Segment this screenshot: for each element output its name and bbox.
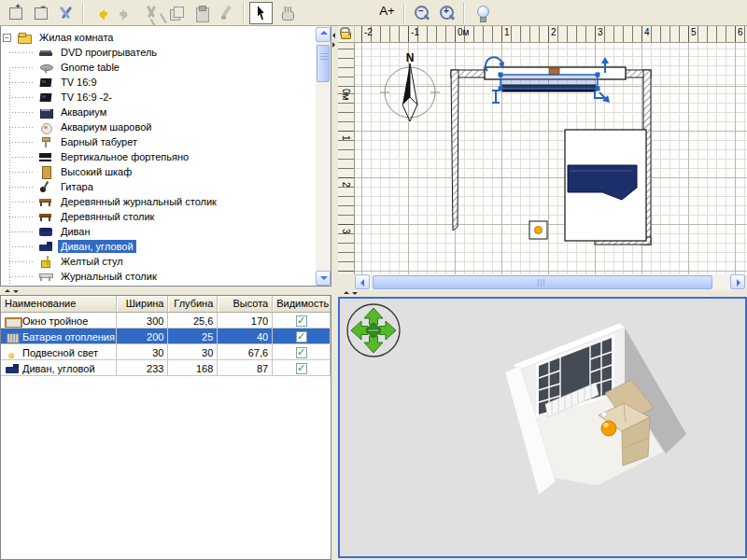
scroll-thumb[interactable]: [317, 45, 330, 82]
visibility-checkbox[interactable]: ✓: [296, 347, 307, 358]
scroll-right-button[interactable]: [730, 274, 745, 289]
splitter-left-icon[interactable]: [332, 33, 335, 38]
column-header[interactable]: Ширина: [117, 296, 169, 312]
instrument-icon: [38, 285, 53, 286]
view-3d[interactable]: [338, 297, 747, 558]
zoom-in-button[interactable]: [435, 2, 458, 24]
visibility-checkbox[interactable]: ✓: [296, 331, 307, 343]
ruler-label: 2: [341, 182, 351, 188]
tree-item-guitar[interactable]: Гитара: [1, 179, 317, 194]
view-3d-scene: [340, 299, 745, 556]
tree-item-instrument[interactable]: Инструмент: [1, 284, 317, 286]
tree-item-aquarium[interactable]: Аквариум: [1, 105, 317, 119]
create-walls-button[interactable]: [300, 2, 323, 24]
tip-icon: [472, 4, 491, 22]
divider-up-icon[interactable]: [5, 289, 10, 292]
vertical-ruler: 0м1234: [338, 43, 355, 274]
window-handle: [549, 68, 559, 75]
open-home-icon: [32, 4, 50, 22]
divider-down-icon[interactable]: [13, 290, 19, 293]
tree-root-label: Жилая комната: [36, 31, 116, 44]
tree-root-living-room[interactable]: − Жилая комната: [1, 30, 317, 45]
select-button[interactable]: [249, 2, 273, 24]
column-header[interactable]: Наименование: [1, 296, 117, 312]
furniture-catalog-pane: − Жилая комната DVD проигрыватель Gnome …: [0, 26, 331, 287]
tree-item-coffee-table[interactable]: Журнальный столик: [1, 269, 317, 284]
visibility-checkbox[interactable]: ✓: [296, 315, 307, 327]
tree-item-tv[interactable]: TV 16:9: [1, 75, 317, 90]
tree-item-wood-coffee-table[interactable]: Деревянный журнальный столик: [1, 194, 317, 209]
toolbar-separator: [243, 3, 245, 23]
plan-3d-divider[interactable]: [338, 290, 747, 297]
tree-item-aquarium-round[interactable]: Аквариум шаровой: [1, 119, 317, 134]
tree-item-corner-sofa[interactable]: Диван, угловой: [1, 239, 317, 254]
unlocked-padlock-icon: [341, 32, 351, 39]
tree-item-yellow-chair[interactable]: Желтый стул: [1, 254, 317, 269]
paste-button[interactable]: [190, 2, 213, 24]
tree-item-tv[interactable]: TV 16:9 -2-: [1, 90, 317, 105]
scroll-left-button[interactable]: [355, 274, 370, 289]
catalog-scrollbar[interactable]: [316, 27, 331, 286]
ruler-label: 3: [341, 229, 351, 234]
window-icon: [5, 315, 20, 328]
nav-right-arrow-icon: [379, 321, 396, 340]
home-furniture-table: НаименованиеШиринаГлубинаВысотаВидимость…: [0, 295, 331, 560]
wall-left[interactable]: [451, 70, 458, 231]
catalog-table-divider[interactable]: [0, 287, 331, 295]
table-row[interactable]: Окно тройное 300 25,6 170 ✓: [1, 313, 331, 329]
tree-item-wood-table[interactable]: Деревянный столик: [1, 209, 317, 224]
column-header[interactable]: Глубина: [168, 296, 218, 312]
corner-sofa-plan[interactable]: [565, 130, 646, 241]
divider-up-icon[interactable]: [344, 291, 349, 294]
plan-horizontal-scrollbar[interactable]: [355, 274, 745, 290]
zoom-out-button[interactable]: [410, 2, 433, 24]
splitter-right-icon[interactable]: [332, 42, 335, 48]
plan-2d-canvas[interactable]: N: [355, 43, 747, 274]
nav-up-arrow-icon: [364, 308, 383, 325]
scroll-down-button[interactable]: [316, 271, 331, 286]
plan-drawing: N: [355, 43, 747, 274]
create-walls-icon: [303, 4, 321, 22]
column-header[interactable]: Высота: [218, 296, 273, 312]
pan-button[interactable]: [275, 2, 298, 24]
column-header[interactable]: Видимость: [273, 296, 331, 312]
panel-splitter[interactable]: [331, 26, 338, 560]
undo-button[interactable]: [89, 2, 112, 24]
create-dimensions-button[interactable]: [350, 2, 374, 24]
table-row[interactable]: Диван, угловой 233 168 87 ✓: [1, 360, 331, 376]
redo-button[interactable]: [114, 2, 137, 24]
paint-button[interactable]: [215, 2, 238, 24]
add-text-button[interactable]: A+: [375, 2, 399, 24]
ceiling-light-plan[interactable]: [529, 221, 547, 239]
3d-room[interactable]: [505, 323, 686, 495]
visibility-checkbox[interactable]: ✓: [296, 363, 307, 374]
tree-item-gnome-table[interactable]: Gnome table: [1, 60, 317, 75]
tree-item-dvd-player[interactable]: DVD проигрыватель: [1, 45, 317, 60]
table-row[interactable]: Подвесной свет 30 30 67,6 ✓: [1, 344, 331, 360]
tree-item-tall-cabinet[interactable]: Высокий шкаф: [1, 164, 317, 179]
piano-icon: [38, 150, 53, 163]
copy-button[interactable]: [164, 2, 188, 24]
furniture-table-header: НаименованиеШиринаГлубинаВысотаВидимость: [1, 296, 331, 313]
tree-item-piano[interactable]: Вертикальное фортепьяно: [1, 149, 317, 164]
collapse-icon[interactable]: −: [3, 34, 11, 42]
create-dimensions-icon: [353, 4, 372, 22]
3d-navigation-widget[interactable]: [347, 304, 400, 357]
scroll-up-button[interactable]: [316, 27, 331, 42]
plan-scroll-thumb[interactable]: [373, 275, 712, 289]
wood-coffee-table-icon: [38, 195, 53, 208]
zoom-out-icon: [413, 4, 431, 22]
compass[interactable]: N: [380, 51, 440, 121]
divider-down-icon[interactable]: [352, 292, 358, 295]
new-home-button[interactable]: [4, 2, 27, 24]
tree-item-bar-stool[interactable]: Барный табурет: [1, 134, 317, 149]
tip-button[interactable]: [470, 2, 493, 24]
select-icon: [252, 4, 271, 22]
create-rooms-button[interactable]: [325, 2, 348, 24]
preferences-button[interactable]: [54, 2, 78, 24]
cut-button[interactable]: [139, 2, 162, 24]
open-home-button[interactable]: [29, 2, 52, 24]
radiator-selected[interactable]: [486, 57, 610, 103]
tree-item-sofa[interactable]: Диван: [1, 224, 317, 239]
table-row[interactable]: Батарея отопления 200 25 40 ✓: [1, 329, 331, 344]
